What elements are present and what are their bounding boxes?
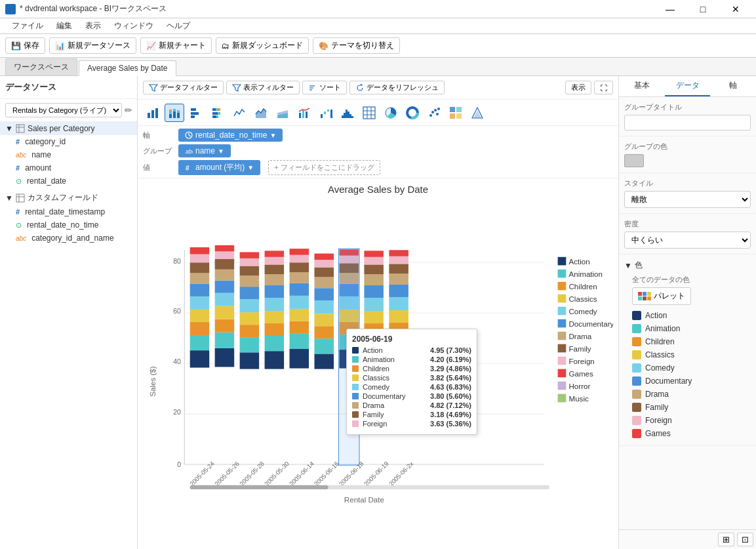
- new-dashboard-button[interactable]: 🗂 新規ダッシュボード: [216, 37, 309, 54]
- sort-button[interactable]: ソート: [302, 81, 347, 94]
- menu-help[interactable]: ヘルプ: [160, 19, 197, 33]
- chart-type-area-stacked[interactable]: [273, 104, 292, 122]
- new-datasource-button[interactable]: 📊 新規データソース: [49, 37, 136, 54]
- chart-type-stacked-bar[interactable]: [165, 104, 184, 122]
- refresh-button[interactable]: データをリフレッシュ: [349, 81, 445, 94]
- datasource-dropdown[interactable]: Rentals by Category (ライブ): [5, 103, 122, 117]
- tooltip-row: Children 3.29 (4.86%): [352, 365, 471, 373]
- tree-group-sales[interactable]: ▼ Sales per Category: [0, 122, 137, 135]
- tab-workspace[interactable]: ワークスペース: [5, 58, 77, 75]
- svg-rect-15: [173, 112, 176, 118]
- bottom-icon-1[interactable]: ⊞: [718, 533, 734, 546]
- legend-item[interactable]: Foreign: [632, 414, 751, 427]
- chart-type-pie[interactable]: [381, 104, 401, 122]
- new-chart-button[interactable]: 📈 新規チャート: [140, 37, 212, 54]
- window-title: * dvdrental workspace - BIワークスペース: [20, 3, 167, 14]
- chart-type-other1[interactable]: [446, 104, 466, 122]
- group-color-preview[interactable]: [624, 154, 644, 167]
- svg-rect-44: [351, 116, 353, 118]
- legend-item[interactable]: Documentary: [632, 375, 751, 388]
- legend-color-swatch: [632, 337, 641, 346]
- group-title-input[interactable]: [624, 115, 751, 131]
- chart-type-table[interactable]: [359, 104, 379, 122]
- svg-rect-176: [389, 264, 408, 274]
- chart-type-line[interactable]: [229, 104, 249, 122]
- tab-chart[interactable]: Average Sales by Date: [79, 60, 176, 76]
- color-section-title[interactable]: ▼ 色: [624, 260, 751, 271]
- menu-view[interactable]: 表示: [79, 19, 108, 33]
- legend-item[interactable]: Games: [632, 427, 751, 440]
- close-button[interactable]: ✕: [721, 0, 751, 18]
- palette-button[interactable]: パレット: [632, 287, 691, 305]
- svg-rect-10: [151, 110, 154, 118]
- expand-button[interactable]: ⛶: [594, 81, 613, 94]
- theme-toggle-button[interactable]: 🎨 テーマを切り替え: [313, 37, 400, 54]
- tooltip-item-value: 3.63 (5.36%): [430, 420, 471, 428]
- svg-rect-172: [389, 310, 408, 323]
- data-filter-button[interactable]: データフィルター: [143, 81, 224, 94]
- svg-rect-37: [327, 110, 329, 112]
- group-field[interactable]: abc name ▼: [178, 144, 231, 157]
- field-rental-date[interactable]: ⊙ rental_date: [0, 174, 137, 188]
- chart-type-bar[interactable]: [143, 104, 163, 122]
- menu-edit[interactable]: 編集: [50, 19, 79, 33]
- x-axis-field[interactable]: rental_date_no_time ▼: [178, 129, 283, 142]
- right-tab-axis[interactable]: 軸: [710, 76, 756, 96]
- density-select[interactable]: 低い 中くらい 高い: [624, 232, 751, 249]
- field-rental-date-timestamp[interactable]: # rental_date_timestamp: [0, 205, 137, 218]
- tree-group-custom[interactable]: ▼ カスタムフィールド: [0, 190, 137, 205]
- chart-type-horiz-bar[interactable]: [186, 104, 206, 122]
- field-name[interactable]: abc name: [0, 148, 137, 161]
- chart-type-combo[interactable]: [294, 104, 314, 122]
- legend-item[interactable]: Family: [632, 401, 751, 414]
- tooltip-item-label: Documentary: [363, 392, 426, 400]
- field-category-id[interactable]: # category_id: [0, 135, 137, 148]
- svg-rect-22: [212, 108, 216, 111]
- legend-item-label: Drama: [645, 390, 669, 399]
- svg-rect-25: [212, 112, 218, 115]
- add-field-button[interactable]: + フィールドをここにドラッグ: [268, 160, 380, 175]
- chart-type-histogram[interactable]: [338, 104, 357, 122]
- maximize-button[interactable]: □: [688, 0, 718, 18]
- right-tab-data[interactable]: データ: [665, 76, 711, 96]
- svg-text:2005-06-16: 2005-06-16: [313, 460, 340, 487]
- view-filter-button[interactable]: 表示フィルター: [226, 81, 300, 94]
- svg-rect-34: [306, 112, 308, 118]
- chart-type-donut[interactable]: [403, 104, 422, 122]
- datasource-icon: 📊: [55, 41, 65, 51]
- legend-item[interactable]: Comedy: [632, 361, 751, 375]
- field-rental-date-no-time[interactable]: ⊙ rental_date_no_time: [0, 218, 137, 232]
- chart-type-horiz-stacked[interactable]: [208, 104, 228, 122]
- legend-item[interactable]: Animation: [632, 322, 751, 335]
- chart-type-waterfall[interactable]: [316, 104, 336, 122]
- view-button[interactable]: 表示: [565, 81, 591, 94]
- density-label: 密度: [624, 219, 751, 229]
- tooltip-row: Classics 3.82 (5.64%): [352, 374, 471, 382]
- field-category-id-and-name[interactable]: abc category_id_and_name: [0, 232, 137, 245]
- svg-rect-118: [265, 285, 285, 298]
- edit-datasource-icon[interactable]: ✏: [125, 105, 132, 115]
- legend-item[interactable]: Drama: [632, 388, 751, 401]
- svg-rect-133: [290, 249, 309, 254]
- legend-item[interactable]: Children: [632, 335, 751, 348]
- menu-window[interactable]: ウィンドウ: [108, 19, 160, 33]
- chart-type-other2[interactable]: [468, 104, 487, 122]
- style-select[interactable]: 離散 連続: [624, 191, 751, 208]
- right-tab-basic[interactable]: 基本: [619, 76, 665, 96]
- svg-text:abc: abc: [186, 148, 193, 155]
- chart-type-area[interactable]: [251, 104, 271, 122]
- value-field[interactable]: # amount (平均) ▼: [178, 160, 260, 175]
- svg-text:60: 60: [173, 307, 181, 315]
- field-amount[interactable]: # amount: [0, 161, 137, 174]
- bottom-icon-2[interactable]: ⊡: [737, 533, 753, 546]
- legend-item[interactable]: Action: [632, 309, 751, 322]
- chart-type-scatter[interactable]: [424, 104, 444, 122]
- legend-item[interactable]: Classics: [632, 348, 751, 361]
- svg-rect-192: [558, 332, 567, 340]
- save-button[interactable]: 💾 保存: [5, 37, 45, 54]
- svg-rect-13: [169, 112, 172, 114]
- sort-icon: [308, 83, 317, 92]
- menu-file[interactable]: ファイル: [5, 19, 50, 33]
- minimize-button[interactable]: —: [655, 0, 685, 18]
- svg-rect-175: [389, 274, 408, 285]
